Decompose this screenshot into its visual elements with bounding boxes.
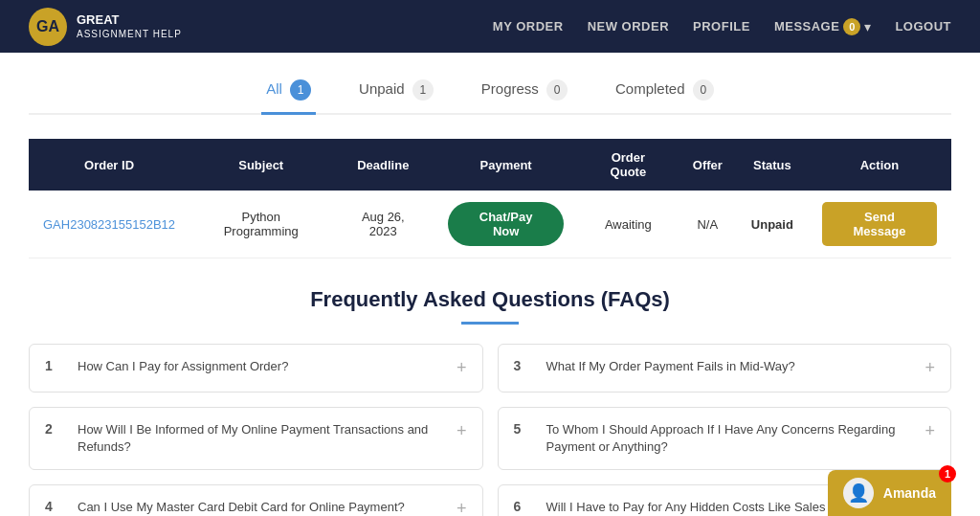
logo-icon: GA (29, 8, 67, 46)
nav-profile[interactable]: PROFILE (693, 19, 750, 34)
faq-item-4: 4 Can I Use My Master Card Debit Card fo… (29, 484, 483, 516)
col-action: Action (808, 139, 951, 191)
faq-item-5: 5 To Whom I Should Approach If I Have An… (498, 407, 952, 470)
order-deadline: Aug 26, 2023 (332, 191, 434, 258)
col-order-quote: Order Quote (578, 139, 679, 191)
faq-num-2: 2 (45, 421, 64, 437)
chat-widget[interactable]: 👤 Amanda 1 (828, 470, 951, 516)
chat-avatar: 👤 (843, 478, 874, 508)
tab-all[interactable]: All 1 (261, 72, 316, 115)
faq-num-6: 6 (514, 499, 533, 514)
tab-unpaid-count: 1 (412, 79, 434, 101)
logo-container: GA GREAT ASSIGNMENT HELP (29, 8, 182, 46)
faq-text-4: Can I Use My Master Card Debit Card for … (78, 499, 434, 516)
faq-num-3: 3 (514, 358, 533, 373)
order-offer: N/A (679, 191, 737, 258)
faq-title: Frequently Asked Questions (FAQs) (29, 287, 951, 312)
tab-completed-count: 0 (693, 79, 714, 101)
order-status: Unpaid (737, 191, 808, 258)
col-subject: Subject (189, 139, 332, 191)
faq-text-1: How Can I Pay for Assignment Order? (78, 358, 434, 375)
faq-expand-2[interactable]: + (457, 421, 467, 441)
tab-all-count: 1 (290, 79, 311, 101)
faq-expand-1[interactable]: + (457, 358, 467, 378)
faq-expand-5[interactable]: + (924, 421, 935, 441)
tab-progress-count: 0 (546, 79, 568, 101)
faq-num-1: 1 (45, 358, 64, 373)
faq-item-2: 2 How Will I Be Informed of My Online Pa… (29, 407, 483, 470)
faq-num-5: 5 (514, 421, 533, 437)
orders-table: Order ID Subject Deadline Payment Order … (29, 139, 951, 258)
faq-expand-3[interactable]: + (924, 358, 935, 378)
col-deadline: Deadline (332, 139, 434, 191)
order-tabs: All 1 Unpaid 1 Progress 0 Completed 0 (29, 72, 951, 115)
faq-text-5: To Whom I Should Approach If I Have Any … (546, 421, 902, 456)
faq-section: Frequently Asked Questions (FAQs) 1 How … (29, 287, 951, 516)
faq-item-1: 1 How Can I Pay for Assignment Order? + (29, 344, 483, 393)
order-subject: Python Programming (189, 191, 332, 258)
nav-new-order[interactable]: NEW ORDER (588, 19, 669, 34)
faq-divider (461, 322, 519, 325)
chat-notification-badge: 1 (939, 465, 956, 482)
faq-text-3: What If My Order Payment Fails in Mid-Wa… (546, 358, 902, 375)
faq-col-left: 1 How Can I Pay for Assignment Order? + … (29, 344, 483, 516)
message-badge: 0 (843, 18, 860, 35)
nav-message[interactable]: MESSAGE 0 ▾ (774, 18, 872, 35)
nav-my-order[interactable]: MY ORDER (493, 19, 564, 34)
chat-name: Amanda (883, 485, 936, 501)
tab-completed[interactable]: Completed 0 (611, 72, 719, 115)
tab-unpaid[interactable]: Unpaid 1 (354, 72, 438, 115)
main-content: All 1 Unpaid 1 Progress 0 Completed 0 Or… (0, 53, 980, 516)
faq-item-3: 3 What If My Order Payment Fails in Mid-… (498, 344, 952, 393)
faq-expand-4[interactable]: + (457, 499, 467, 516)
faq-text-2: How Will I Be Informed of My Online Paym… (78, 421, 434, 456)
tab-progress[interactable]: Progress 0 (477, 72, 572, 115)
chat-pay-button[interactable]: Chat/Pay Now (448, 202, 564, 246)
col-status: Status (737, 139, 808, 191)
faq-grid: 1 How Can I Pay for Assignment Order? + … (29, 344, 951, 516)
table-row: GAH230823155152B12 Python Programming Au… (29, 191, 951, 258)
order-id-link[interactable]: GAH230823155152B12 (43, 217, 175, 232)
col-payment: Payment (434, 139, 578, 191)
col-order-id: Order ID (29, 139, 189, 191)
nav-logout[interactable]: LOGOUT (895, 19, 951, 34)
header-nav: MY ORDER NEW ORDER PROFILE MESSAGE 0 ▾ L… (493, 18, 951, 35)
order-quote: Awaiting (578, 191, 679, 258)
send-message-button[interactable]: Send Message (822, 202, 937, 246)
header: GA GREAT ASSIGNMENT HELP MY ORDER NEW OR… (0, 0, 980, 53)
faq-num-4: 4 (45, 499, 64, 514)
col-offer: Offer (679, 139, 737, 191)
logo-text: GREAT ASSIGNMENT HELP (77, 12, 182, 41)
message-dropdown-icon[interactable]: ▾ (864, 19, 871, 34)
